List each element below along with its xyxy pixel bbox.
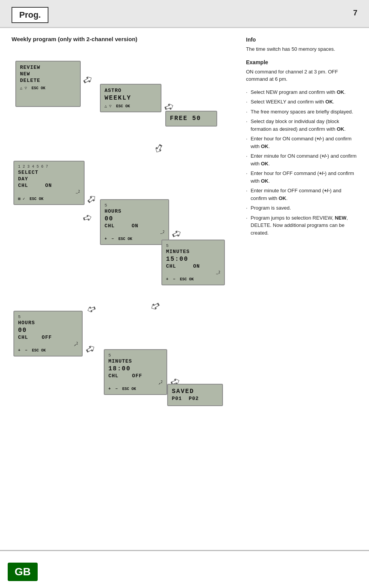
arrow6a: ➪ — [147, 298, 163, 315]
page-number: 7 — [353, 7, 357, 17]
bottom-divider — [0, 550, 369, 551]
s6-channel: —2 — [216, 270, 220, 276]
s6-line1: MINUTES — [166, 249, 190, 255]
s6-line3: CHL ON — [166, 263, 200, 270]
s1-line2: NEW — [20, 71, 30, 78]
screen1: REVIEW NEW DELETE △ ▽ ESC OK — [15, 61, 81, 107]
screen6: 5 MINUTES 15:00 CHL ON —2 + − ESC OK — [161, 240, 225, 285]
s8-line3: CHL OFF — [108, 373, 142, 380]
s6-num: 5 — [166, 243, 220, 248]
arrow1: ➪ — [80, 71, 96, 88]
s9-line2: P01 P02 — [172, 396, 199, 402]
arrow4b: ➪ — [81, 210, 94, 225]
s5-line1: HOURS — [105, 208, 121, 215]
diagram-wrapper: REVIEW NEW DELETE △ ▽ ESC OK ➪ ASTRO WEE… — [12, 49, 227, 549]
screen3: FREE 50 — [165, 111, 217, 127]
arrow3: ➪ — [150, 141, 168, 157]
example-title: Example — [246, 58, 357, 67]
diagram-area: Weekly program (only with 2-channel vers… — [12, 36, 234, 549]
s7-num: 5 — [18, 315, 78, 319]
bullet-4: Select day block or individual day (bloc… — [246, 118, 357, 133]
s4-btns: ⊠ ✓ ESC OK — [18, 197, 43, 201]
content: Weekly program (only with 2-channel vers… — [0, 28, 369, 557]
info-title: Info — [246, 36, 357, 44]
screen7: 5 HOURS 00 CHL OFF ↗2 + − ESC OK — [13, 311, 83, 356]
s2-btns: △ ▽ ESC OK — [105, 104, 130, 108]
s6-line2: 15:00 — [166, 255, 188, 263]
s1-line1: REVIEW — [20, 65, 40, 71]
s1-btns: △ ▽ ESC OK — [20, 86, 45, 90]
screen4: 1 2 3 4 5 6 7 SELECT DAY CHL ON —2 ⊠ ✓ E… — [13, 161, 85, 205]
s5-channel: —2 — [160, 230, 165, 235]
arrow7: ➪ — [82, 340, 98, 358]
s7-line3: CHL OFF — [18, 335, 52, 341]
header: Prog. 7 — [0, 0, 369, 28]
bullet-3: The free memory spaces are briefly displ… — [246, 108, 357, 116]
prog-label: Prog. — [12, 7, 48, 23]
bullet-10: Program jumps to selection REVIEW, NEW, … — [246, 214, 357, 237]
s5-line3: CHL ON — [105, 223, 138, 230]
instruction-list: Select NEW program and confirm with OK. … — [246, 88, 357, 237]
s8-line2: 18:00 — [108, 365, 131, 373]
arrow4a: ➪ — [83, 190, 100, 208]
info-section: Info The time switch has 50 memory space… — [246, 36, 357, 53]
s8-btns: + − ESC OK — [108, 387, 136, 391]
s3-line1: FREE 50 — [170, 115, 201, 123]
s8-num: 5 — [108, 353, 163, 358]
bullet-1: Select NEW program and confirm with OK. — [246, 88, 357, 96]
bullet-2: Select WEEKLY and confirm with OK. — [246, 98, 357, 106]
section-title: Weekly program (only with 2-channel vers… — [12, 36, 234, 42]
s7-btns: + − ESC OK — [18, 348, 46, 353]
screen8: 5 MINUTES 18:00 CHL OFF ↗2 + − ESC OK — [104, 349, 167, 395]
s7-line1: HOURS — [18, 320, 35, 326]
bullet-5: Enter hour for ON command (+/-) and conf… — [246, 135, 357, 150]
bullet-9: Program is saved. — [246, 204, 357, 212]
info-area: Info The time switch has 50 memory space… — [234, 36, 357, 549]
info-body: The time switch has 50 memory spaces. — [246, 45, 357, 53]
example-body: ON command for channel 2 at 3 pm. OFF co… — [246, 68, 357, 83]
gb-badge: GB — [8, 563, 38, 581]
bullet-8: Enter minute for OFF command (+/-) and c… — [246, 187, 357, 202]
s2-line1: ASTRO — [105, 88, 121, 94]
s2-line2: WEEKLY — [105, 94, 131, 102]
s8-channel: ↗2 — [158, 380, 163, 385]
s4-line2: DAY — [18, 176, 28, 183]
s6-btns: + − ESC OK — [166, 277, 194, 282]
bullet-6: Enter minute for ON command (+/-) and co… — [246, 152, 357, 167]
s5-btns: + − ESC OK — [105, 237, 132, 241]
s7-line2: 00 — [18, 326, 27, 335]
screen2: ASTRO WEEKLY △ ▽ ESC OK — [100, 84, 161, 112]
s5-num: 5 — [105, 203, 165, 208]
s5-line2: 00 — [105, 215, 113, 223]
s4-days: 1 2 3 4 5 6 7 — [18, 165, 80, 169]
arrow6b: ➪ — [85, 302, 98, 318]
s1-line3: DELETE — [20, 78, 40, 84]
bullet-7: Enter hour for OFF command (+/-) and con… — [246, 170, 357, 185]
s9-line1: SAVED — [172, 388, 194, 396]
s4-line3: CHL ON — [18, 183, 52, 189]
s4-channel: —2 — [76, 190, 80, 195]
screen9: SAVED P01 P02 — [167, 384, 223, 406]
s8-line1: MINUTES — [108, 358, 132, 365]
s7-channel: ↗2 — [74, 341, 78, 347]
example-section: Example ON command for channel 2 at 3 pm… — [246, 58, 357, 83]
s4-line1: SELECT — [18, 170, 38, 176]
screen5: 5 HOURS 00 CHL ON —2 + − ESC OK — [100, 199, 169, 245]
